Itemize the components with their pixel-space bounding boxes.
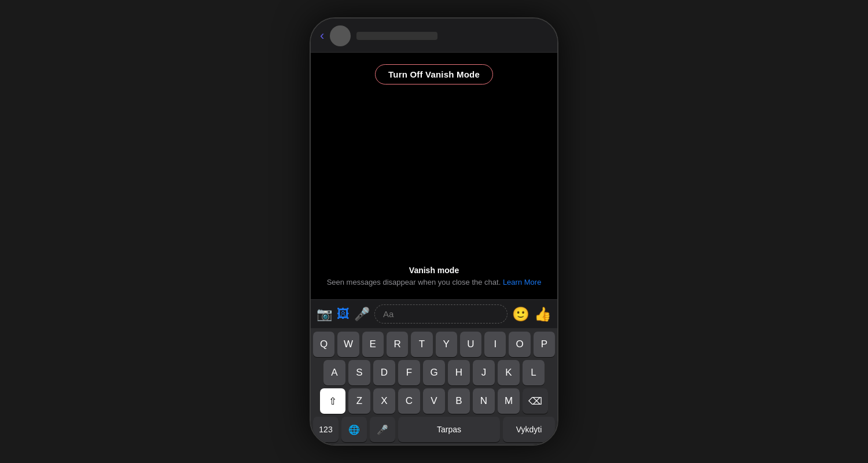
key-c[interactable]: C (398, 388, 420, 414)
keyboard-row-1: Q W E R T Y U I O P (313, 332, 555, 357)
key-y[interactable]: Y (436, 332, 457, 357)
avatar (330, 25, 351, 46)
phone-frame: ‹ Turn Off Vanish Mode Vanish mode Seen … (310, 17, 558, 446)
key-d[interactable]: D (373, 360, 395, 385)
key-s[interactable]: S (348, 360, 370, 385)
vanish-info: Vanish mode Seen messages disappear when… (311, 266, 557, 288)
key-m[interactable]: M (498, 388, 520, 414)
key-l[interactable]: L (523, 360, 545, 385)
gallery-icon[interactable]: 🖼 (337, 307, 350, 322)
key-r[interactable]: R (387, 332, 408, 357)
keyboard-bottom-row: 123 🌐 🎤 Tarpas Vykdyti (313, 417, 555, 442)
key-x[interactable]: X (373, 388, 395, 414)
vanish-mode-title: Vanish mode (322, 266, 546, 275)
key-j[interactable]: J (473, 360, 495, 385)
key-q[interactable]: Q (313, 332, 334, 357)
done-key[interactable]: Vykdyti (503, 417, 555, 442)
shift-key[interactable]: ⇧ (320, 388, 345, 414)
key-k[interactable]: K (498, 360, 520, 385)
key-a[interactable]: A (323, 360, 345, 385)
camera-icon[interactable]: 📷 (317, 307, 332, 322)
delete-key[interactable]: ⌫ (523, 388, 548, 414)
microphone-icon[interactable]: 🎤 (354, 307, 370, 322)
key-e[interactable]: E (362, 332, 384, 357)
back-button[interactable]: ‹ (320, 30, 324, 42)
emoji-icon[interactable]: 🙂 (512, 306, 529, 322)
chat-area: Turn Off Vanish Mode Vanish mode Seen me… (311, 53, 557, 299)
globe-key[interactable]: 🌐 (341, 417, 367, 442)
vanish-mode-description: Seen messages disappear when you close t… (322, 277, 546, 288)
number-key[interactable]: 123 (313, 417, 339, 442)
key-g[interactable]: G (423, 360, 445, 385)
learn-more-link[interactable]: Learn More (503, 278, 541, 286)
chat-header: ‹ (311, 19, 557, 53)
key-n[interactable]: N (473, 388, 495, 414)
keyboard-row-2: A S D F G H J K L (313, 360, 555, 385)
message-input[interactable] (374, 304, 507, 324)
input-bar: 📷 🖼 🎤 🙂 👍 (311, 299, 557, 328)
mic-key[interactable]: 🎤 (370, 417, 395, 442)
key-v[interactable]: V (423, 388, 445, 414)
contact-name (356, 32, 437, 40)
keyboard-row-3: ⇧ Z X C V B N M ⌫ (313, 388, 555, 414)
like-icon[interactable]: 👍 (534, 306, 551, 322)
keyboard: Q W E R T Y U I O P A S D F G H J K L ⇧ … (311, 328, 557, 444)
key-b[interactable]: B (448, 388, 470, 414)
key-w[interactable]: W (337, 332, 359, 357)
key-z[interactable]: Z (348, 388, 370, 414)
key-f[interactable]: F (398, 360, 420, 385)
key-u[interactable]: U (460, 332, 481, 357)
key-i[interactable]: I (484, 332, 506, 357)
key-o[interactable]: O (509, 332, 530, 357)
key-h[interactable]: H (448, 360, 470, 385)
turn-off-vanish-mode-button[interactable]: Turn Off Vanish Mode (375, 64, 493, 84)
key-p[interactable]: P (534, 332, 555, 357)
space-key[interactable]: Tarpas (398, 417, 500, 442)
key-t[interactable]: T (411, 332, 432, 357)
